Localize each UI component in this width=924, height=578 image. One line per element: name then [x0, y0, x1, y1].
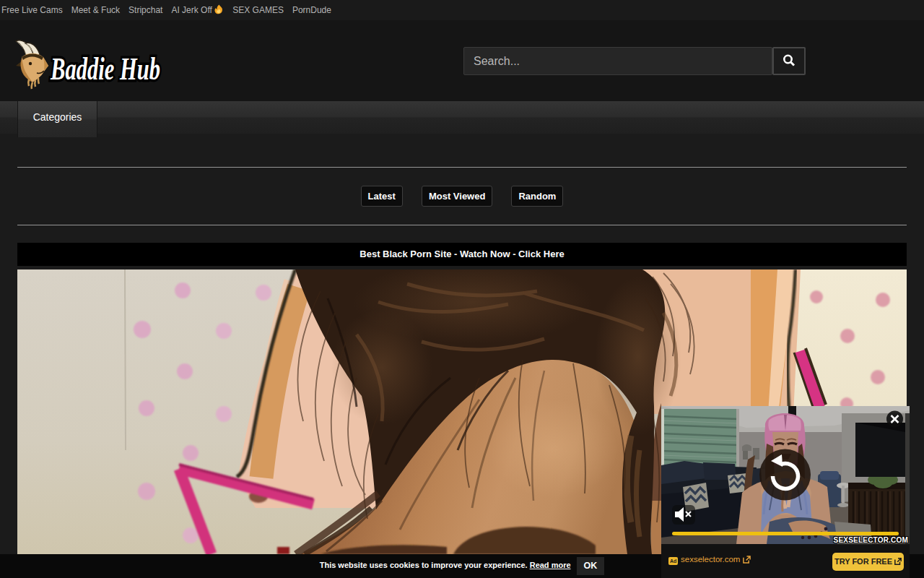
svg-text:Baddie Hub: Baddie Hub	[50, 51, 160, 87]
